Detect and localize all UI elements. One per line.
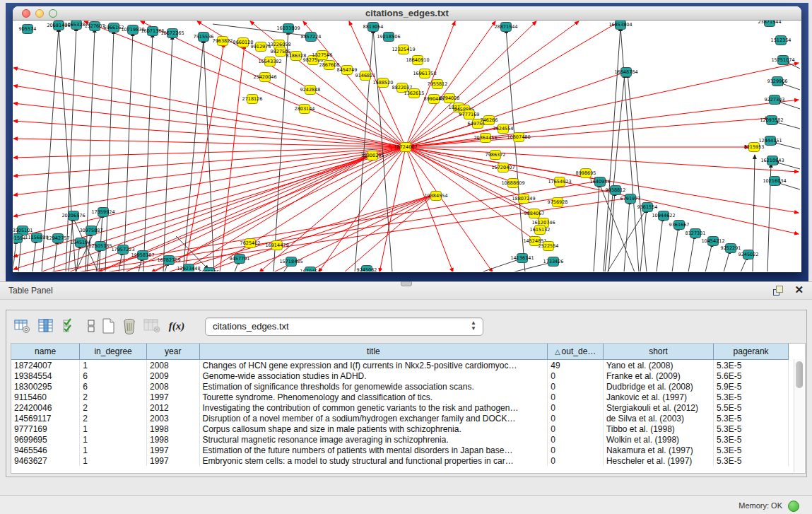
table-cell[interactable]: 1997: [146, 455, 199, 466]
graph-node[interactable]: 16914479: [265, 241, 288, 250]
graph-node[interactable]: 3624554: [493, 124, 514, 134]
graph-node[interactable]: 905574: [19, 25, 37, 34]
graph-node[interactable]: 15751074: [771, 56, 794, 65]
graph-node[interactable]: 9245062: [357, 266, 377, 272]
table-row[interactable]: 969969511998Structural magnetic resonanc…: [11, 434, 789, 445]
table-cell[interactable]: 49: [548, 360, 604, 371]
table-cell[interactable]: 9115460: [11, 392, 80, 402]
graph-node[interactable]: 12923448: [177, 264, 200, 272]
table-cell[interactable]: 1: [80, 424, 147, 434]
table-settings-icon[interactable]: [12, 316, 32, 336]
graph-node[interactable]: 19218506: [377, 33, 400, 42]
table-cell[interactable]: 5.3E-5: [714, 445, 789, 455]
graph-node[interactable]: 12942757: [46, 234, 69, 243]
table-cell[interactable]: 0: [548, 445, 604, 455]
table-cell[interactable]: 22420046: [11, 402, 80, 413]
table-cell[interactable]: 1997: [146, 445, 199, 455]
table-cell[interactable]: 9465546: [11, 445, 80, 455]
graph-node[interactable]: 10688609: [501, 179, 524, 188]
graph-node[interactable]: 9242848: [300, 86, 321, 95]
graph-node[interactable]: 8127331: [686, 229, 706, 238]
table-row[interactable]: 2242004622012Investigating the contribut…: [11, 402, 789, 413]
table-cell[interactable]: de Silva et al. (2003): [603, 413, 713, 424]
scrollbar-thumb[interactable]: [796, 361, 803, 388]
table-cell[interactable]: 0: [548, 392, 604, 402]
table-cell[interactable]: 14569117: [11, 413, 80, 424]
table-cell[interactable]: 2: [80, 402, 147, 413]
graph-node[interactable]: 2803144: [295, 105, 315, 114]
column-header-in_degree[interactable]: in_degree: [80, 344, 147, 360]
table-cell[interactable]: Embryonic stem cells: a model to study s…: [199, 455, 548, 466]
graph-node[interactable]: 8813054: [363, 23, 384, 32]
table-cell[interactable]: 0: [548, 424, 604, 434]
graph-node[interactable]: 16033809: [276, 24, 300, 33]
table-row[interactable]: 946362711997Embryonic stem cells: a mode…: [11, 455, 789, 466]
table-cell[interactable]: Estimation of significance thresholds fo…: [199, 381, 548, 392]
table-row[interactable]: 977716911998Corpus callosum shape and si…: [11, 424, 789, 434]
graph-node[interactable]: 1527607: [85, 22, 105, 31]
graph-node[interactable]: 7963822: [213, 37, 233, 46]
table-cell[interactable]: 5.6E-5: [714, 370, 789, 381]
table-cell[interactable]: 18300295: [11, 381, 80, 392]
column-header-short[interactable]: short: [603, 344, 713, 360]
graph-node[interactable]: 10944622: [652, 211, 675, 221]
table-cell[interactable]: Changes of HCN gene expression and I(f) …: [199, 360, 548, 371]
table-cell[interactable]: Genome-wide association studies in ADHD.: [199, 370, 548, 381]
graph-node[interactable]: 20206576: [61, 211, 85, 221]
column-header-year[interactable]: year: [146, 344, 199, 360]
graph-node[interactable]: 1362615: [404, 89, 425, 98]
close-panel-icon[interactable]: ✕: [794, 284, 804, 296]
graph-node[interactable]: 23420046: [253, 73, 276, 82]
graph-node[interactable]: 10672265: [160, 29, 184, 38]
table-cell[interactable]: Stergiakouli et al. (2012): [603, 402, 713, 413]
table-cell[interactable]: Disruption of a novel member of a sodium…: [199, 413, 548, 424]
table-cell[interactable]: Corpus callosum shape and size in male p…: [199, 424, 548, 434]
table-cell[interactable]: 1: [80, 455, 147, 466]
graph-node[interactable]: 9361554: [637, 203, 658, 212]
table-cell[interactable]: 2008: [146, 360, 199, 371]
table-vertical-scrollbar[interactable]: [794, 359, 804, 472]
column-header-pagerank[interactable]: pagerank: [714, 344, 789, 360]
graph-node[interactable]: 9884067: [524, 209, 545, 218]
create-table-icon[interactable]: [98, 316, 118, 336]
table-cell[interactable]: Jankovic et al. (1997): [603, 392, 713, 402]
column-header-out_de[interactable]: △out_de…: [548, 344, 604, 360]
table-cell[interactable]: 1: [80, 360, 147, 371]
table-cell[interactable]: Structural magnetic resonance image aver…: [199, 434, 548, 445]
table-row[interactable]: 1456911722003Disruption of a novel membe…: [11, 413, 789, 424]
table-cell[interactable]: 6: [80, 381, 147, 392]
table-cell[interactable]: Investigating the contribution of common…: [199, 402, 548, 413]
graph-node[interactable]: 2522554: [539, 242, 559, 251]
table-cell[interactable]: 2012: [146, 402, 199, 413]
table-cell[interactable]: 18724007: [11, 360, 80, 371]
graph-node[interactable]: 2718126: [242, 95, 263, 104]
graph-node[interactable]: 16648784: [614, 68, 637, 77]
table-cell[interactable]: 9699695: [11, 434, 80, 445]
table-cell[interactable]: 5.3E-5: [714, 392, 789, 402]
table-cell[interactable]: 0: [548, 381, 604, 392]
graph-node[interactable]: 19384554: [424, 192, 447, 201]
split-divider-handle[interactable]: [401, 281, 412, 286]
table-cell[interactable]: 5.3E-5: [714, 434, 789, 445]
graph-node[interactable]: 30975887: [79, 226, 102, 235]
graph-node[interactable]: 10807480: [507, 133, 530, 142]
float-panel-icon[interactable]: [772, 285, 784, 296]
graph-node[interactable]: 23871544: [758, 21, 781, 27]
graph-node[interactable]: 9938812: [606, 186, 626, 195]
table-row[interactable]: 946554611997Estimation of the future num…: [11, 445, 789, 455]
graph-node[interactable]: 5905185: [199, 268, 220, 272]
table-cell[interactable]: 2: [80, 392, 147, 402]
graph-node[interactable]: 11156889: [25, 233, 48, 243]
network-canvas[interactable]: 9055742069140610653287152760769661621071…: [13, 21, 801, 271]
graph-node[interactable]: 9756928: [548, 198, 568, 207]
graph-node[interactable]: 1733426: [543, 257, 564, 267]
graph-node[interactable]: 12505185: [88, 242, 112, 251]
graph-node[interactable]: 7955812: [428, 80, 448, 89]
graph-node[interactable]: 18640910: [406, 56, 429, 65]
select-rows-icon[interactable]: [60, 316, 80, 336]
table-cell[interactable]: 5.3E-5: [714, 455, 789, 466]
graph-node[interactable]: 1640954: [590, 177, 611, 187]
graph-node[interactable]: 28871544: [494, 23, 517, 32]
table-cell[interactable]: 2009: [146, 370, 199, 381]
graph-node[interactable]: 19958187: [131, 251, 154, 260]
